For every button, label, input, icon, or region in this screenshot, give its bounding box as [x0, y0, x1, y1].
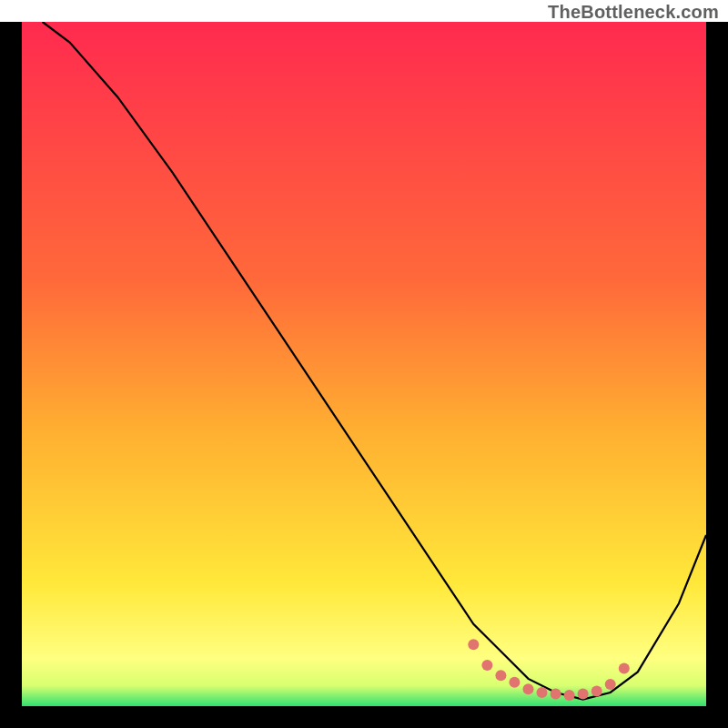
- plot-area: [22, 22, 706, 706]
- marker-dot: [619, 663, 630, 674]
- marker-dot: [495, 670, 506, 681]
- chart-svg: [0, 0, 728, 728]
- marker-dot: [564, 690, 575, 701]
- watermark-text: TheBottleneck.com: [548, 2, 719, 23]
- chart-canvas: TheBottleneck.com: [0, 0, 728, 728]
- marker-dot: [509, 677, 520, 688]
- marker-dot: [551, 689, 561, 700]
- marker-dot: [523, 683, 534, 694]
- marker-dot: [605, 679, 616, 690]
- gradient-background: [22, 22, 706, 706]
- marker-dot: [468, 639, 479, 650]
- axis-bottom-border: [0, 706, 728, 728]
- marker-dot: [592, 686, 602, 697]
- marker-dot: [578, 689, 589, 700]
- marker-dot: [481, 660, 492, 671]
- axis-left-border: [0, 0, 22, 728]
- axis-right-border: [706, 0, 728, 728]
- marker-dot: [537, 687, 548, 698]
